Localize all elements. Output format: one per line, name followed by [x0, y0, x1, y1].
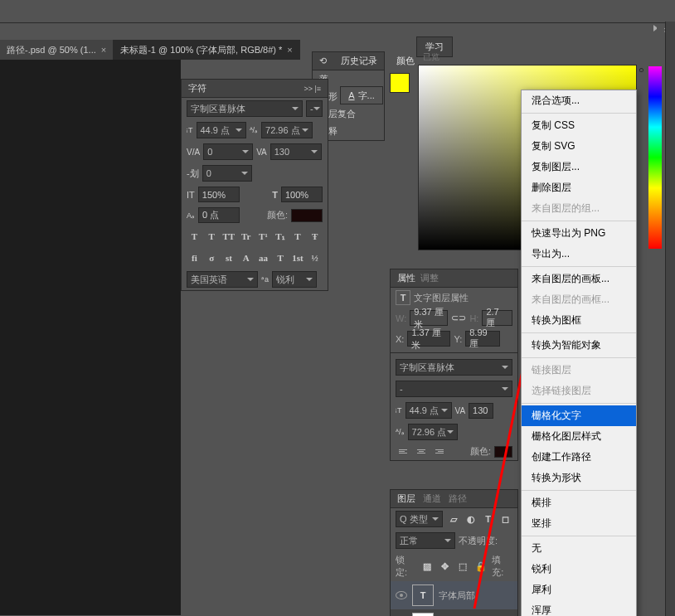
close-icon[interactable]: × [287, 45, 292, 55]
menu-item[interactable]: 转换为形状 [522, 468, 636, 488]
leading-select[interactable]: 72.96 点 [261, 122, 313, 138]
layer-row[interactable]: 背景 [391, 609, 517, 616]
props-size-select[interactable]: 44.9 点 [405, 402, 452, 419]
menu-item[interactable]: 创建工作路径 [522, 447, 636, 468]
panel-menu-icon[interactable]: >> |≡ [304, 85, 321, 93]
lock-position-icon[interactable]: ✥ [438, 559, 453, 574]
menu-item[interactable]: 锐利 [522, 559, 636, 580]
menu-item[interactable]: 无 [522, 538, 636, 559]
menu-item[interactable]: 复制 CSS [522, 115, 636, 136]
menu-item[interactable]: 混合选项... [522, 90, 636, 111]
right-dock-strip[interactable] [665, 22, 675, 616]
props-tracking-value[interactable]: 130 [473, 405, 488, 415]
menu-item[interactable]: 删除图层 [522, 177, 636, 198]
menu-item[interactable]: 犀利 [522, 580, 636, 600]
tab-layers[interactable]: 图层 [397, 493, 415, 503]
align-right-icon[interactable] [432, 446, 447, 458]
vert-scale-field[interactable]: 150% [198, 187, 240, 202]
menu-item[interactable]: 栅格化文字 [522, 405, 636, 426]
visibility-icon[interactable] [396, 591, 407, 599]
lock-artboard-icon[interactable]: ⬚ [455, 559, 470, 574]
horz-scale-field[interactable]: 100% [281, 187, 323, 202]
filter-shape-icon[interactable]: ◻ [498, 512, 512, 526]
menu-item[interactable]: 竖排 [522, 513, 636, 534]
layer-filter-select[interactable]: Q 类型 [396, 511, 443, 527]
font-family-value: 字制区喜脉体 [191, 103, 245, 115]
type-style-1st-icon[interactable]: 1st [290, 250, 306, 265]
props-leading-select[interactable]: 72.96 点 [408, 424, 458, 440]
menu-item[interactable]: 转换为智能对象 [522, 335, 636, 356]
tab-properties[interactable]: 属性 [397, 273, 415, 283]
type-style-a-icon[interactable]: A [238, 250, 254, 265]
document-tab[interactable]: 路径-.psd @ 50% (1... × [0, 40, 114, 60]
document-canvas[interactable] [0, 60, 181, 615]
menu-item[interactable]: 转换为图框 [522, 310, 636, 331]
tab-channels[interactable]: 通道 [423, 493, 441, 503]
type-style-½-icon[interactable]: ½ [307, 250, 323, 265]
layer-name[interactable]: 字体局部 [439, 589, 475, 602]
link-icon[interactable]: ⊂⊃ [451, 313, 466, 323]
current-color-swatch[interactable] [390, 73, 410, 93]
props-color-swatch[interactable] [494, 446, 512, 458]
chevron-down-icon [311, 150, 318, 153]
collapse-left-icon[interactable] [653, 25, 660, 32]
lock-all-icon[interactable]: 🔒 [473, 559, 488, 574]
menu-item: 来自图层的画框... [522, 289, 636, 310]
hue-slider[interactable] [648, 66, 662, 249]
menu-item[interactable]: 快速导出为 PNG [522, 223, 636, 244]
type-style-t-icon[interactable]: T [290, 229, 306, 244]
menu-item[interactable]: 来自图层的画板... [522, 269, 636, 289]
font-style-select[interactable]: - [306, 100, 323, 117]
filter-adjust-icon[interactable]: ◐ [464, 512, 478, 526]
menu-item[interactable]: 复制图层... [522, 157, 636, 177]
aa-icon: ᵃa [261, 275, 269, 284]
document-tab[interactable]: 未标题-1 @ 100% (字体局部, RGB/8#) * × [114, 40, 300, 60]
type-style-fi-icon[interactable]: fi [187, 250, 202, 265]
type-style-t¹-icon[interactable]: T¹ [255, 229, 271, 244]
type-style-t-icon[interactable]: T [273, 250, 289, 265]
props-font-value: 字制区喜脉体 [400, 361, 454, 374]
scale-select[interactable]: 0 [202, 165, 252, 182]
chevron-down-icon [441, 409, 448, 412]
baseline-field[interactable]: 0 点 [198, 207, 240, 223]
tab-viewed[interactable]: 已览 [423, 51, 439, 63]
layer-row[interactable]: T 字体局部 [391, 581, 517, 609]
font-family-select[interactable]: 字制区喜脉体 [187, 100, 303, 117]
antialias-select[interactable]: 锐利 [272, 271, 317, 288]
type-style-t-icon[interactable]: T [187, 229, 202, 244]
type-style-tt-icon[interactable]: TT [221, 229, 237, 244]
align-left-icon[interactable] [396, 446, 410, 458]
char-mini-panel[interactable]: A 字... [340, 86, 383, 104]
kerning-select[interactable]: 0 [203, 143, 253, 160]
menu-item[interactable]: 栅格化图层样式 [522, 426, 636, 447]
menu-item[interactable]: 浑厚 [522, 600, 636, 616]
menu-item[interactable]: 复制 SVG [522, 136, 636, 157]
type-style-aa-icon[interactable]: aa [255, 250, 271, 265]
type-style-t-icon[interactable]: T [204, 229, 220, 244]
props-style-select[interactable]: - [396, 381, 512, 397]
type-style-σ-icon[interactable]: σ [204, 250, 220, 265]
close-icon[interactable]: × [101, 45, 106, 55]
align-center-icon[interactable] [414, 446, 429, 458]
filter-type-icon[interactable]: T [481, 512, 495, 526]
language-select[interactable]: 美国英语 [187, 271, 258, 288]
y-value[interactable]: 8.99 厘 [469, 327, 496, 350]
filter-pixel-icon[interactable]: ▱ [446, 512, 460, 526]
blend-mode-select[interactable]: 正常 [396, 532, 455, 549]
tracking-select[interactable]: 130 [270, 143, 322, 160]
x-value[interactable]: 1.37 厘米 [411, 327, 446, 352]
character-title[interactable]: 字符 [188, 82, 206, 95]
props-font-select[interactable]: 字制区喜脉体 [396, 359, 512, 376]
type-style-tr-icon[interactable]: Tr [238, 229, 254, 244]
font-size-select[interactable]: 44.9 点 [197, 122, 246, 138]
menu-item[interactable]: 横排 [522, 492, 636, 513]
chevron-down-icon [247, 278, 254, 281]
type-style-t₁-icon[interactable]: T₁ [273, 229, 289, 244]
tab-adjustments[interactable]: 调整 [420, 273, 439, 283]
type-style-st-icon[interactable]: st [221, 250, 237, 265]
type-style-ŧ-icon[interactable]: Ŧ [307, 229, 323, 244]
tab-paths[interactable]: 路径 [449, 493, 467, 503]
text-color-swatch[interactable] [291, 209, 323, 222]
lock-pixels-icon[interactable]: ▨ [420, 559, 435, 574]
menu-item[interactable]: 导出为... [522, 244, 636, 264]
